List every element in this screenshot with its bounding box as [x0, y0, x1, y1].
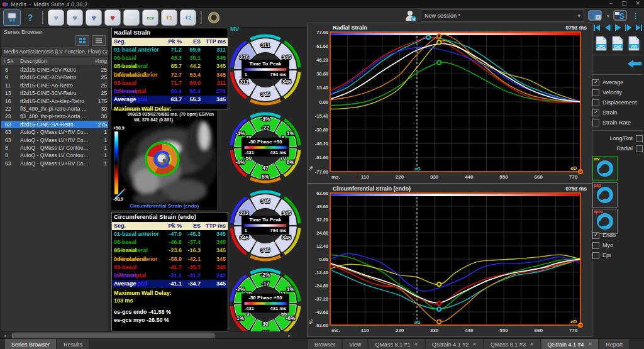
chevron-down-icon[interactable]: ▾	[607, 13, 609, 19]
scroll-right-arrow[interactable]: ▸	[286, 333, 292, 338]
svg-text:311: 311	[240, 79, 248, 85]
series-browser-toggle-button[interactable]	[3, 9, 21, 26]
series-column-header[interactable]: \ S# Description #Img	[1, 57, 108, 66]
app-tab-qstrain-4-1-4[interactable]: QStrain 4.1 #4✕	[541, 339, 599, 349]
help-button[interactable]: ?	[22, 10, 38, 25]
series-row[interactable]: 63AutoQ - QMass LV+RV Contours SAX1	[1, 160, 108, 167]
series-row[interactable]: 8tf2d15-CINE-4CV-Retro25	[1, 66, 108, 74]
svg-text:-22: -22	[262, 125, 270, 131]
app-heart-1-button[interactable]: ♥	[48, 9, 64, 26]
series-row[interactable]: 8AutoQ - QMass LV Contours LAX ...1	[1, 152, 108, 159]
app-heart-4-button[interactable]: ♥	[104, 9, 121, 26]
checkbox-average[interactable]: ✓Average	[592, 77, 643, 87]
app-heart-5-button[interactable]: ♥	[123, 9, 140, 26]
series-row[interactable]: 13tf2d15-CINE-3CV-Retro25	[1, 89, 108, 97]
cine-viewer[interactable]: 009/25 035/0276/863 ms. (70 bpm) ES/Ven …	[111, 111, 217, 210]
app-tab-browser[interactable]: Browser	[308, 339, 341, 349]
svg-text:440: 440	[465, 174, 474, 180]
layout-s-button[interactable]: S	[613, 9, 628, 22]
app-t1-button[interactable]: T1	[161, 9, 177, 26]
patient-label[interactable]: Medis AorticStenosis (LV Function, Flow)…	[1, 47, 108, 57]
export-dat-button[interactable]: DAT	[611, 36, 624, 51]
app-tab-qstrain-4-1-2[interactable]: QStrain 4.1 #2✕	[426, 339, 483, 349]
checkbox[interactable]: ✓	[592, 79, 599, 86]
back-arrow-icon[interactable]	[628, 60, 641, 68]
series-row[interactable]: 11tf2d15-CINE-Ao-Retro25	[1, 82, 108, 89]
minimize-button[interactable]: –	[609, 0, 613, 6]
app-heart-3-button[interactable]: ♥	[86, 9, 102, 26]
peak-marker-anterior	[437, 307, 441, 311]
layout-button[interactable]	[588, 9, 603, 22]
user-icon[interactable]: ✕	[404, 9, 417, 22]
app-heart-2-button[interactable]: ♥	[67, 9, 83, 26]
panel-tab-results[interactable]: Results	[57, 339, 89, 349]
app-tab-qmass-8-1-3[interactable]: QMass 8.1 #3✕	[484, 339, 540, 349]
checkbox-velocity[interactable]: Velocity	[592, 87, 643, 97]
app-tab-report[interactable]: Report	[599, 339, 629, 349]
maximize-button[interactable]: ▢	[621, 0, 627, 6]
checkbox-displacement[interactable]: Displacement	[592, 97, 643, 108]
scrollbar-track[interactable]	[8, 333, 286, 338]
svg-text:8%: 8%	[287, 159, 295, 165]
checkbox-myo[interactable]: Myo	[592, 240, 643, 250]
series-row[interactable]: 8AutoQ - QMass LV Contours LAX ...1	[1, 144, 108, 152]
grid-view-button[interactable]	[75, 35, 89, 46]
play-button[interactable]	[613, 24, 622, 32]
checkbox-endo[interactable]: ✓Endo	[592, 230, 643, 240]
app-t2-button[interactable]: T2	[180, 9, 196, 26]
ring-icon	[208, 11, 220, 24]
skip-last-button[interactable]	[634, 24, 643, 32]
session-select[interactable]: New session * ▾	[421, 9, 584, 22]
series-row[interactable]: 63AutoQ - QMass LV+RV Contours1	[1, 128, 108, 136]
level-thumb-mv[interactable]: mv	[592, 156, 618, 181]
close-button[interactable]: ✕	[635, 0, 640, 6]
list-view-button[interactable]	[92, 35, 106, 46]
checkbox[interactable]	[592, 252, 599, 259]
series-row[interactable]: 9tf2d15-CINE-2CV-Retro25	[1, 74, 108, 81]
checkbox[interactable]	[636, 135, 643, 142]
app-tab-qmass-8-1-1[interactable]: QMass 8.1 #1✕	[369, 339, 425, 349]
skip-first-button[interactable]	[592, 24, 601, 32]
series-row[interactable]: 63tf2d15-CINE-SA-Retro275	[1, 121, 108, 128]
close-tab-icon[interactable]: ✕	[529, 341, 535, 347]
panel-tab-series-browser[interactable]: Series Browser	[5, 339, 56, 349]
checkbox[interactable]	[592, 99, 599, 106]
checkbox-epi[interactable]: Epi	[592, 250, 643, 260]
more-options-button[interactable]: ⋮	[632, 12, 639, 20]
export-avi-button[interactable]: AVI	[628, 36, 640, 51]
checkbox[interactable]	[592, 89, 599, 96]
export-jpg-button[interactable]: JPG	[595, 36, 608, 51]
checkbox[interactable]	[592, 242, 599, 249]
checkbox[interactable]	[636, 145, 643, 152]
checkbox-strain[interactable]: ✓Strain	[592, 108, 643, 118]
checkbox[interactable]: ✓	[592, 109, 599, 116]
svg-text:-46.20: -46.20	[315, 141, 328, 147]
checkbox-long-rot[interactable]: Long/Rot	[592, 133, 643, 143]
close-tab-icon[interactable]: ✕	[587, 341, 593, 347]
peak-marker-inferior	[437, 320, 441, 324]
app-t1-icon: T1	[166, 14, 173, 21]
step-back-button[interactable]	[603, 24, 612, 32]
checkbox-strain-rate[interactable]: Strain Rate	[592, 118, 643, 128]
level-thumb-pap[interactable]: pap	[592, 182, 618, 208]
qstrain-ring-button[interactable]	[206, 10, 222, 25]
series-row[interactable]: 23fl3_400_thr-pl-retro-Aorta klep_P30	[1, 113, 108, 120]
series-row[interactable]: 22fl3_400_thr-pl-retro-Aorta klep30	[1, 105, 108, 113]
global-strain-values: es-gcs endo -41.58 %es-gcs myo -26.50 %	[112, 304, 228, 324]
close-tab-icon[interactable]: ✕	[472, 341, 477, 347]
step-forward-button[interactable]	[624, 24, 633, 32]
series-row[interactable]: 63AutoQ - QMass LV+RV Contours1	[1, 136, 108, 144]
series-row[interactable]: 16tf2d15-CINE-Ao-klep-Retro175	[1, 97, 108, 105]
svg-text:330: 330	[430, 174, 439, 180]
close-tab-icon[interactable]: ✕	[413, 341, 419, 347]
checkbox[interactable]	[592, 119, 599, 126]
svg-text:345: 345	[261, 91, 270, 97]
svg-text:S: S	[619, 12, 625, 21]
scroll-left-arrow[interactable]: ◂	[2, 333, 8, 338]
app-tab-view[interactable]: View	[343, 339, 367, 349]
svg-text:220: 220	[396, 328, 404, 333]
checkbox-radial[interactable]: Radial	[592, 143, 643, 153]
checkbox[interactable]: ✓	[592, 232, 599, 239]
app-ecv-button[interactable]: ecv	[142, 9, 158, 26]
strain-average-row: Average-41.1-34.7345	[112, 280, 228, 288]
